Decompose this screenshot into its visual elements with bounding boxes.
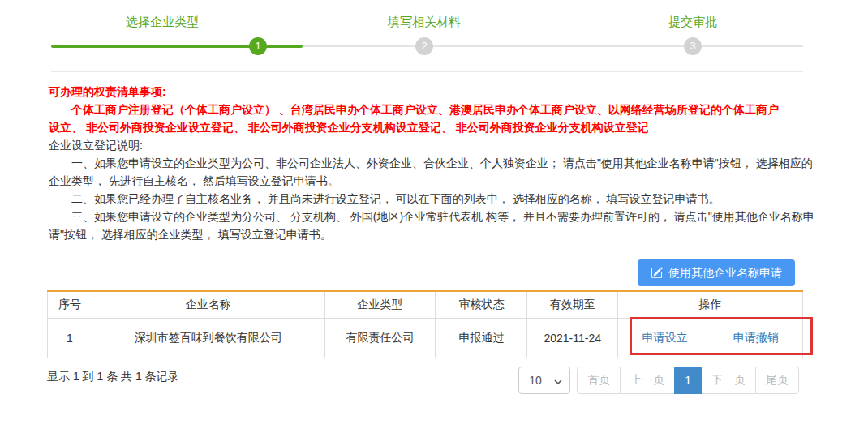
step-label-1: 选择企业类型 bbox=[126, 15, 199, 30]
step-circle-1: 1 bbox=[249, 37, 267, 55]
cell-valid-until: 2021-11-24 bbox=[527, 319, 618, 358]
pagination-prev[interactable]: 上一页 bbox=[620, 367, 675, 394]
use-other-name-button[interactable]: 使用其他企业名称申请 bbox=[638, 259, 795, 286]
cell-operation: 申请设立 申请撤销 bbox=[618, 319, 803, 358]
header-operation: 操作 bbox=[618, 291, 803, 319]
notice-items: 个体工商户注册登记（个体工商户设立） 、台湾居民申办个体工商户设立、港澳居民申办… bbox=[49, 101, 787, 136]
cell-index: 1 bbox=[48, 319, 92, 358]
pagination-next[interactable]: 下一页 bbox=[701, 367, 756, 394]
table-row: 1 深圳市签百味到餐饮有限公司 有限责任公司 申报通过 2021-11-24 申… bbox=[48, 319, 803, 358]
apply-establish-link[interactable]: 申请设立 bbox=[642, 331, 687, 345]
pagination-page-1[interactable]: 1 bbox=[674, 367, 702, 394]
pagination-first[interactable]: 首页 bbox=[577, 367, 621, 394]
cell-company-name: 深圳市签百味到餐饮有限公司 bbox=[92, 319, 324, 358]
table-header-row: 序号 企业名称 企业类型 审核状态 有效期至 操作 bbox=[48, 291, 803, 319]
page-size-value: 10 bbox=[529, 374, 542, 387]
step-label-3: 提交审批 bbox=[668, 15, 717, 30]
pagination-last[interactable]: 尾页 bbox=[755, 367, 799, 394]
header-audit-status: 审核状态 bbox=[436, 291, 527, 319]
apply-revoke-link[interactable]: 申请撤销 bbox=[733, 331, 779, 345]
desc-item-3: 三、如果您申请设立的企业类型为分公司、 分支机构、 外国(地区)企业常驻代表机 … bbox=[49, 208, 815, 243]
chevron-down-icon bbox=[554, 374, 562, 387]
cell-company-type: 有限责任公司 bbox=[324, 319, 436, 358]
desc-item-2: 二、如果您已经办理了自主核名业务， 并且尚未进行设立登记， 可以在下面的列表中，… bbox=[49, 190, 815, 208]
header-company-name: 企业名称 bbox=[92, 291, 324, 319]
step-circle-3: 3 bbox=[684, 37, 702, 55]
notice-heading: 可办理的权责清单事项: bbox=[49, 83, 815, 101]
desc-item-1: 一、如果您申请设立的企业类型为公司、非公司企业法人、外资企业、合伙企业、个人独资… bbox=[49, 154, 815, 190]
header-index: 序号 bbox=[48, 291, 92, 319]
pagination-buttons: 首页 上一页 1 下一页 尾页 bbox=[577, 367, 799, 394]
section-divider bbox=[51, 71, 803, 72]
records-summary: 显示 1 到 1 条 共 1 条记录 bbox=[47, 370, 179, 384]
header-valid-until: 有效期至 bbox=[527, 291, 618, 319]
notice-section: 可办理的权责清单事项: 个体工商户注册登记（个体工商户设立） 、台湾居民申办个体… bbox=[49, 83, 815, 243]
cell-audit-status: 申报通过 bbox=[436, 319, 527, 358]
step-label-2: 填写相关材料 bbox=[388, 15, 461, 30]
page: 选择企业类型 填写相关材料 提交审批 1 2 3 可办理的权责清单事项: 个体工… bbox=[0, 0, 868, 433]
page-size-select[interactable]: 10 bbox=[518, 367, 570, 394]
desc-title: 企业设立登记说明: bbox=[49, 136, 815, 154]
step-circle-2: 2 bbox=[415, 37, 433, 55]
use-other-name-label: 使用其他企业名称申请 bbox=[668, 266, 782, 281]
header-company-type: 企业类型 bbox=[324, 291, 436, 319]
company-table: 序号 企业名称 企业类型 审核状态 有效期至 操作 1 深圳市签百味到餐饮有限公… bbox=[47, 290, 803, 358]
pagination: 10 首页 上一页 1 下一页 尾页 bbox=[518, 367, 799, 394]
edit-icon bbox=[651, 267, 663, 279]
